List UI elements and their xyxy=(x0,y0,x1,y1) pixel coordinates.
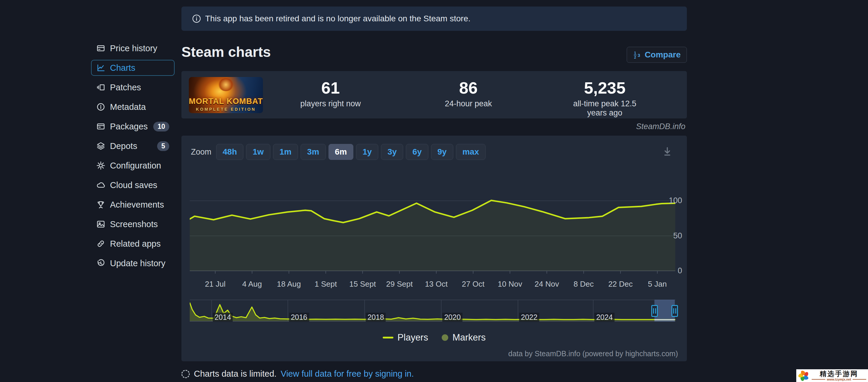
zoom-range-1w[interactable]: 1w xyxy=(246,144,270,160)
compare-label: Compare xyxy=(645,50,681,60)
zoom-range-6m[interactable]: 6m xyxy=(329,144,353,160)
zoom-range-1y[interactable]: 1y xyxy=(356,144,378,160)
compare-button[interactable]: 1 2 3 Compare xyxy=(627,47,687,63)
legend-circle-swatch xyxy=(442,334,448,341)
y-tick-label: 0 xyxy=(658,266,682,275)
x-tick-label: 27 Oct xyxy=(462,280,485,289)
stat-alltime-peak: 5,235 all-time peak 12.5 years ago xyxy=(564,79,646,117)
limited-data-text: Charts data is limited. xyxy=(194,369,277,379)
legend-item-markers[interactable]: Markers xyxy=(442,332,486,343)
legend-line-swatch xyxy=(383,337,393,339)
count-badge: 10 xyxy=(153,122,169,132)
related-apps-icon xyxy=(96,239,105,248)
sidebar-item-charts[interactable]: Charts xyxy=(91,60,175,76)
alltime-peak-label: all-time peak 12.5 years ago xyxy=(564,99,646,117)
zoom-range-1m[interactable]: 1m xyxy=(273,144,298,160)
x-tick-label: 8 Dec xyxy=(574,280,594,289)
sidebar-item-label: Packages xyxy=(110,122,148,132)
sidebar-item-packages[interactable]: Packages10 xyxy=(91,118,175,134)
players-now-label: players right now xyxy=(300,99,361,108)
compare-icon: 1 2 3 xyxy=(633,50,642,59)
y-tick-label: 50 xyxy=(658,231,682,240)
watermark-url: www.tzymjx.net xyxy=(812,378,866,381)
patches-icon xyxy=(96,83,105,92)
sidebar-item-label: Related apps xyxy=(110,239,161,249)
svg-text:3: 3 xyxy=(638,53,640,58)
sidebar-item-cloud-saves[interactable]: Cloud saves xyxy=(91,177,175,193)
zoom-range-48h[interactable]: 48h xyxy=(216,144,243,160)
players-line-chart xyxy=(190,166,675,274)
retired-notice-banner: This app has been retired and is no long… xyxy=(181,6,687,31)
x-tick-label: 24 Nov xyxy=(534,280,559,289)
y-tick-label: 100 xyxy=(658,196,682,205)
zoom-range-9y[interactable]: 9y xyxy=(431,144,453,160)
depots-icon xyxy=(96,142,105,150)
sidebar-item-metadata[interactable]: Metadata xyxy=(91,99,175,115)
limited-data-icon xyxy=(181,370,190,378)
watermark-title: 精选手游网 xyxy=(820,370,858,378)
sidebar-item-label: Update history xyxy=(110,258,165,268)
metadata-icon xyxy=(96,102,105,111)
zoom-range-6y[interactable]: 6y xyxy=(406,144,428,160)
sidebar-item-screenshots[interactable]: Screenshots xyxy=(91,216,175,232)
steamdb-watermark: SteamDB.info xyxy=(636,122,685,131)
legend-label: Markers xyxy=(453,332,486,343)
navigator-year-label: 2018 xyxy=(366,313,386,322)
x-tick-label: 15 Sept xyxy=(349,280,376,289)
page-title: Steam charts xyxy=(181,44,271,60)
sidebar-item-label: Metadata xyxy=(110,102,146,112)
sidebar-item-update-history[interactable]: Update history xyxy=(91,255,175,271)
navigator-handle-right[interactable] xyxy=(672,305,678,317)
peak-24h-value: 86 xyxy=(445,79,492,97)
x-tick-label: 1 Sept xyxy=(314,280,337,289)
x-tick-label: 10 Nov xyxy=(498,280,522,289)
legend-label: Players xyxy=(398,332,428,343)
limited-data-footer: Charts data is limited. View full data f… xyxy=(181,369,414,379)
sidebar-item-label: Screenshots xyxy=(110,219,158,229)
x-tick-label: 4 Aug xyxy=(242,280,262,289)
zoom-range-max[interactable]: max xyxy=(456,144,486,160)
sidebar-item-related-apps[interactable]: Related apps xyxy=(91,236,175,252)
sidebar: Price historyChartsPatchesMetadataPackag… xyxy=(91,40,175,275)
chart-credits[interactable]: data by SteamDB.info (powered by highcha… xyxy=(508,349,678,358)
screenshots-icon xyxy=(96,220,105,229)
achievements-icon xyxy=(96,200,105,209)
packages-icon xyxy=(96,122,105,131)
chart-navigator[interactable]: 201420162018202020222024 xyxy=(190,300,675,322)
game-title: MORTAL KOMBAT xyxy=(189,97,263,106)
navigator-year-label: 2022 xyxy=(519,313,539,322)
sidebar-item-patches[interactable]: Patches xyxy=(91,79,175,95)
svg-text:2: 2 xyxy=(634,56,636,59)
stat-players-now: 61 players right now xyxy=(300,79,361,108)
sign-in-link[interactable]: View full data for free by signing in. xyxy=(281,369,414,379)
cloud-saves-icon xyxy=(96,181,105,189)
retired-notice-text: This app has been retired and is no long… xyxy=(205,14,470,24)
zoom-range-3y[interactable]: 3y xyxy=(381,144,403,160)
peak-24h-label: 24-hour peak xyxy=(445,99,492,108)
chart-legend: PlayersMarkers xyxy=(181,332,687,343)
zoom-label: Zoom xyxy=(191,147,211,157)
chart-card: Zoom 48h1w1m3m6m1y3y6y9ymax 050100 21 Ju… xyxy=(181,136,687,361)
chart-plot-area[interactable] xyxy=(190,166,675,274)
legend-item-players[interactable]: Players xyxy=(383,332,428,343)
download-icon[interactable] xyxy=(661,146,673,158)
count-badge: 5 xyxy=(157,141,169,151)
sidebar-item-label: Cloud saves xyxy=(110,180,157,190)
game-capsule-image[interactable]: MORTAL KOMBAT KOMPLETE EDITION xyxy=(189,77,263,113)
sidebar-item-configuration[interactable]: Configuration xyxy=(91,158,175,174)
navigator-year-label: 2024 xyxy=(594,313,615,322)
alltime-peak-value: 5,235 xyxy=(564,79,646,97)
sidebar-item-achievements[interactable]: Achievements xyxy=(91,197,175,213)
navigator-year-label: 2014 xyxy=(213,313,233,322)
game-subtitle: KOMPLETE EDITION xyxy=(189,107,263,112)
sidebar-item-depots[interactable]: Depots5 xyxy=(91,138,175,154)
charts-icon xyxy=(96,63,105,72)
sidebar-item-price-history[interactable]: Price history xyxy=(91,40,175,56)
x-tick-label: 18 Aug xyxy=(277,280,301,289)
navigator-handle-left[interactable] xyxy=(651,305,658,317)
zoom-range-3m[interactable]: 3m xyxy=(301,144,326,160)
configuration-icon xyxy=(96,161,105,170)
zoom-range-toolbar: Zoom 48h1w1m3m6m1y3y6y9ymax xyxy=(191,144,488,160)
x-tick-label: 21 Jul xyxy=(205,280,225,289)
pinwheel-logo-icon xyxy=(798,370,809,381)
